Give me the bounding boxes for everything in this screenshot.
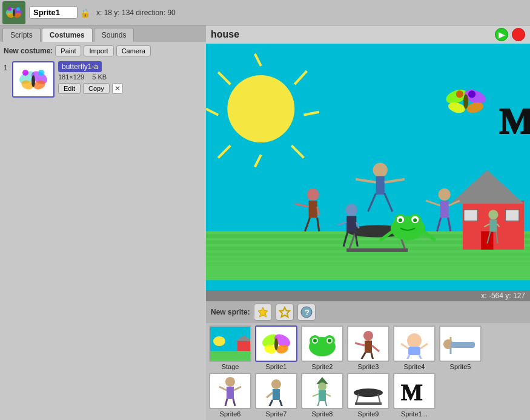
svg-line-134 xyxy=(280,400,282,406)
costume-dimensions: 181×129 5 KB xyxy=(58,73,202,81)
svg-line-129 xyxy=(233,399,235,406)
svg-rect-37 xyxy=(206,258,530,261)
svg-point-13 xyxy=(38,70,44,76)
svg-point-63 xyxy=(307,188,319,201)
svg-text:?: ? xyxy=(305,308,310,317)
surprise-sprite-button[interactable]: ? xyxy=(297,304,316,321)
sprite-thumb-box-sprite1 xyxy=(255,325,297,362)
camera-button[interactable]: Camera xyxy=(116,45,151,56)
sprite7-label: Sprite7 xyxy=(266,410,287,418)
sprite-thumb-box-sprite5 xyxy=(439,325,482,362)
svg-line-128 xyxy=(225,399,227,406)
tab-costumes[interactable]: Costumes xyxy=(42,28,93,42)
edit-costume-button[interactable]: Edit xyxy=(58,83,81,94)
sprite-coords: x: 18 y: 134 direction: 90 xyxy=(96,8,176,17)
new-costume-bar: New costume: Paint Import Camera xyxy=(4,45,202,56)
svg-rect-82 xyxy=(489,219,497,232)
sprite-thumb-box-sprite6 xyxy=(209,373,251,409)
sprite-thumb-sprite8[interactable]: Sprite8 xyxy=(300,373,344,418)
svg-point-30 xyxy=(468,90,475,98)
sprite9-thumb-svg xyxy=(350,376,386,406)
svg-rect-115 xyxy=(408,347,420,355)
svg-point-124 xyxy=(225,377,235,387)
svg-rect-36 xyxy=(206,253,530,256)
sprite6-label: Sprite6 xyxy=(220,410,241,418)
sprite4-label: Sprite4 xyxy=(404,363,425,370)
svg-line-119 xyxy=(419,355,423,359)
add-sprite-from-file-button[interactable] xyxy=(254,304,272,321)
sprite-thumb-sprite2[interactable]: Sprite2 xyxy=(300,325,344,370)
sprite-thumb-sprite3[interactable]: Sprite3 xyxy=(346,325,390,370)
new-costume-label: New costume: xyxy=(4,47,53,55)
paint-button[interactable]: Paint xyxy=(55,45,81,56)
svg-line-127 xyxy=(234,387,241,390)
sprite3-label: Sprite3 xyxy=(358,363,379,370)
sprite5-label: Sprite5 xyxy=(450,363,471,370)
svg-point-69 xyxy=(345,204,357,216)
svg-point-75 xyxy=(439,188,451,201)
sprite-thumb-box-sprite3 xyxy=(347,325,389,362)
svg-point-15 xyxy=(227,75,294,142)
svg-rect-121 xyxy=(451,342,475,348)
import-button[interactable]: Import xyxy=(84,45,113,56)
tab-scripts[interactable]: Scripts xyxy=(2,28,41,42)
sprite-thumb-sprite4[interactable]: Sprite4 xyxy=(393,325,436,370)
sprite-thumb-sprite5[interactable]: Sprite5 xyxy=(439,325,482,370)
stage-thumb-svg xyxy=(210,327,251,361)
lock-icon: 🔒 xyxy=(80,8,90,18)
copy-costume-button[interactable]: Copy xyxy=(83,83,110,94)
sprite-thumb-box-sprite4 xyxy=(393,325,436,362)
sprite2-thumb-svg xyxy=(304,328,340,359)
sprite10-thumb-svg: M xyxy=(396,376,432,406)
sprite-thumb-sprite6[interactable]: Sprite6 xyxy=(208,373,252,418)
svg-line-140 xyxy=(317,401,319,406)
tab-sounds[interactable]: Sounds xyxy=(94,28,134,42)
sprite7-thumb-svg xyxy=(258,376,294,406)
svg-line-116 xyxy=(401,344,408,348)
stage-canvas: M xyxy=(206,44,530,290)
svg-rect-47 xyxy=(346,248,408,252)
sprite-thumb-sprite10[interactable]: M Sprite1... xyxy=(393,373,436,418)
svg-rect-109 xyxy=(365,341,372,353)
svg-point-107 xyxy=(328,339,331,342)
sprite8-label: Sprite8 xyxy=(312,410,333,418)
svg-point-106 xyxy=(313,339,317,342)
svg-line-111 xyxy=(372,345,379,352)
green-flag-button[interactable]: ▶ xyxy=(495,28,508,41)
costume-thumb-svg xyxy=(15,64,51,95)
sprite1-label: Sprite1 xyxy=(266,363,287,370)
sprite-thumb-sprite7[interactable]: Sprite7 xyxy=(254,373,298,418)
svg-rect-42 xyxy=(464,210,477,221)
sprite-thumbnail-icon xyxy=(4,3,24,22)
right-panel: house ▶ xyxy=(206,25,530,420)
svg-line-117 xyxy=(420,344,428,348)
stage-thumbnail-item[interactable]: Stage xyxy=(208,325,252,370)
new-sprite-bar: New sprite: ? xyxy=(206,301,530,323)
sprite-name-input[interactable]: Sprite1 xyxy=(29,6,78,19)
sprite1-thumb-svg xyxy=(258,328,294,359)
svg-point-54 xyxy=(413,218,417,222)
svg-line-126 xyxy=(219,387,227,390)
svg-point-29 xyxy=(456,90,463,98)
stop-button[interactable] xyxy=(512,28,525,41)
svg-marker-88 xyxy=(280,307,290,317)
svg-rect-38 xyxy=(206,262,530,265)
sprite-thumb-sprite9[interactable]: Sprite9 xyxy=(346,373,390,418)
new-sprite-label: New sprite: xyxy=(211,308,250,316)
svg-point-12 xyxy=(22,70,28,76)
sprites-row: Stage Sprite1 xyxy=(206,323,530,420)
svg-line-141 xyxy=(325,401,327,406)
paint-new-sprite-button[interactable] xyxy=(276,304,294,321)
svg-point-57 xyxy=(373,162,388,177)
stage-title: house xyxy=(211,29,239,40)
delete-costume-button[interactable]: ✕ xyxy=(112,83,123,94)
main-content: Scripts Costumes Sounds New costume: Pai… xyxy=(0,25,530,420)
svg-text:M: M xyxy=(401,379,423,405)
svg-rect-95 xyxy=(213,336,225,346)
sprite-thumb-box-sprite9 xyxy=(347,373,389,409)
svg-line-113 xyxy=(371,353,373,359)
svg-point-130 xyxy=(271,379,281,389)
stage-coords: x: -564 y: 127 xyxy=(481,292,525,300)
sprite-thumb-sprite1[interactable]: Sprite1 xyxy=(254,325,298,370)
svg-line-118 xyxy=(406,355,409,359)
